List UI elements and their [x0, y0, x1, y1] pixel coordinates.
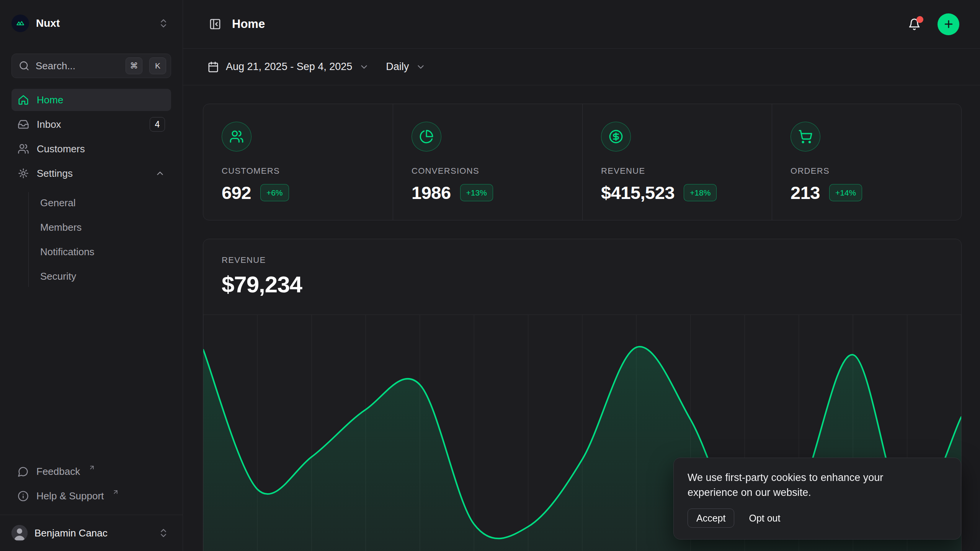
shopping-cart-icon	[791, 122, 820, 152]
footer-link-label: Feedback	[36, 466, 80, 478]
sidebar-item-home[interactable]: Home	[11, 89, 171, 111]
calendar-icon	[207, 61, 219, 73]
sidebar-subitem-notifications[interactable]: Notifications	[40, 241, 171, 262]
inbox-count-badge: 4	[150, 117, 165, 132]
chevron-up-icon[interactable]	[155, 168, 165, 178]
users-icon	[222, 122, 252, 152]
add-button[interactable]	[938, 13, 959, 35]
user-menu[interactable]: Benjamin Canac	[11, 515, 171, 551]
date-range-value: Aug 21, 2025 - Sep 4, 2025	[226, 61, 352, 73]
stat-card-conversions[interactable]: CONVERSIONS 1986 +13%	[393, 104, 582, 220]
circle-dollar-icon	[601, 122, 631, 152]
users-icon	[18, 143, 29, 155]
page-header: Home	[183, 0, 980, 49]
external-link-icon	[112, 489, 119, 496]
sidebar-item-inbox[interactable]: Inbox 4	[11, 113, 171, 135]
collapse-sidebar-icon[interactable]	[207, 16, 223, 32]
sidebar-item-feedback[interactable]: Feedback	[11, 460, 171, 483]
stat-card-orders[interactable]: ORDERS 213 +14%	[772, 104, 961, 220]
gear-icon	[18, 168, 29, 179]
sidebar-nav: Home Inbox 4 Customers Settings	[11, 89, 171, 287]
stat-label: ORDERS	[791, 166, 830, 176]
accept-cookies-button[interactable]: Accept	[688, 509, 734, 528]
revenue-chart-total: $79,234	[222, 271, 943, 298]
cookie-actions: Accept Opt out	[688, 509, 947, 528]
plus-icon	[943, 18, 954, 30]
search-input[interactable]: Search... ⌘ K	[11, 54, 171, 78]
sidebar-item-settings[interactable]: Settings	[11, 162, 171, 184]
stat-label: CONVERSIONS	[412, 166, 479, 176]
speech-bubble-icon	[18, 466, 29, 477]
stat-value: 213	[791, 182, 820, 203]
stat-card-revenue[interactable]: REVENUE $415,523 +18%	[582, 104, 772, 220]
stat-value: 1986	[412, 182, 451, 203]
sidebar-item-label: Inbox	[37, 119, 61, 130]
optout-cookies-button[interactable]: Opt out	[749, 513, 780, 524]
granularity-value: Daily	[386, 61, 409, 73]
cookie-message: We use first-party cookies to enhance yo…	[688, 470, 936, 500]
revenue-chart-header: REVENUE $79,234	[203, 239, 961, 298]
settings-sub-list: General Members Notifications Security	[28, 192, 171, 287]
stat-delta-badge: +14%	[829, 184, 862, 201]
sidebar-item-label: Home	[37, 94, 63, 106]
chevrons-up-down-icon[interactable]	[156, 16, 171, 31]
sidebar-item-customers[interactable]: Customers	[11, 138, 171, 160]
external-link-icon	[88, 464, 95, 471]
page-title: Home	[232, 17, 265, 31]
stat-delta-badge: +6%	[260, 184, 289, 201]
sidebar-subitem-general[interactable]: General	[40, 192, 171, 214]
inbox-icon	[18, 119, 29, 130]
sidebar-item-label: Customers	[37, 143, 85, 155]
footer-link-label: Help & Support	[36, 490, 104, 502]
date-range-picker[interactable]: Aug 21, 2025 - Sep 4, 2025	[207, 61, 369, 73]
chevron-down-icon	[416, 62, 426, 72]
stat-delta-badge: +13%	[460, 184, 493, 201]
pie-chart-icon	[412, 122, 441, 152]
workspace-selector[interactable]: Nuxt	[11, 14, 171, 33]
stat-delta-badge: +18%	[684, 184, 717, 201]
search-placeholder: Search...	[36, 60, 119, 72]
info-circle-icon	[18, 491, 29, 502]
kbd-k: K	[149, 57, 166, 74]
stat-label: CUSTOMERS	[222, 166, 280, 176]
sidebar-subitem-security[interactable]: Security	[40, 266, 171, 287]
stat-label: REVENUE	[601, 166, 645, 176]
cookie-banner: We use first-party cookies to enhance yo…	[673, 458, 961, 540]
chevron-down-icon	[359, 62, 369, 72]
sidebar-subitem-members[interactable]: Members	[40, 217, 171, 238]
sidebar-item-label: Settings	[37, 168, 73, 179]
kbd-command: ⌘	[126, 57, 142, 74]
search-icon	[19, 60, 29, 71]
stat-value: $415,523	[601, 182, 675, 203]
sidebar: Nuxt Search... ⌘ K Home Inbox 4	[0, 0, 183, 551]
revenue-chart-label: REVENUE	[222, 255, 943, 265]
stat-card-customers[interactable]: CUSTOMERS 692 +6%	[203, 104, 393, 220]
sidebar-footer-links: Feedback Help & Support	[11, 460, 171, 507]
stats-row: CUSTOMERS 692 +6% CONVERSIONS 1986 +13%	[203, 104, 962, 220]
header-actions	[906, 13, 959, 35]
sidebar-spacer	[11, 287, 171, 460]
stat-value: 692	[222, 182, 251, 203]
notification-dot	[916, 16, 923, 23]
user-name: Benjamin Canac	[34, 527, 108, 539]
notifications-bell-icon[interactable]	[906, 16, 922, 32]
sidebar-item-help-support[interactable]: Help & Support	[11, 485, 171, 507]
brand-name: Nuxt	[36, 17, 60, 29]
avatar	[11, 525, 28, 541]
nuxt-logo-icon	[11, 15, 29, 32]
chevrons-up-down-icon	[156, 525, 171, 541]
granularity-select[interactable]: Daily	[386, 61, 426, 73]
home-icon	[18, 94, 29, 106]
filters-toolbar: Aug 21, 2025 - Sep 4, 2025 Daily	[183, 49, 980, 85]
